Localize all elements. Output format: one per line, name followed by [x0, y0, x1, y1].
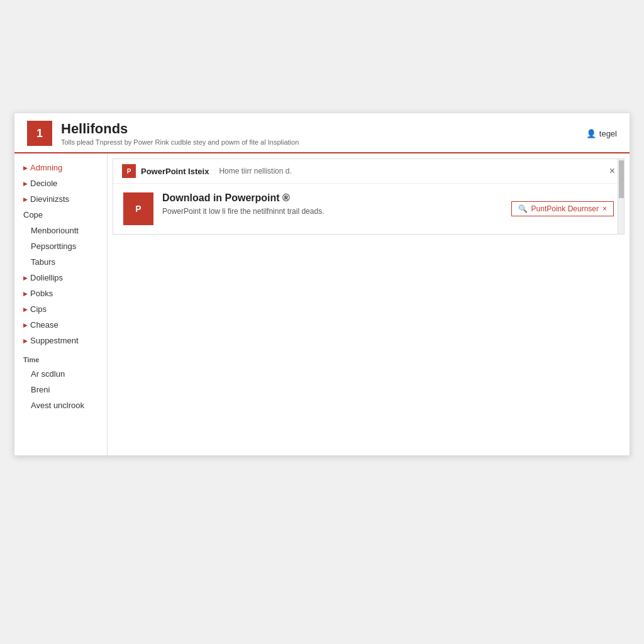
sidebar-item-cope[interactable]: Cope — [14, 207, 107, 223]
arrow-icon: ▶ — [23, 165, 28, 171]
sidebar-item-taburs[interactable]: Taburs — [14, 254, 107, 270]
app-logo: 1 — [27, 121, 52, 146]
pp-logo-large-letter: P — [135, 204, 141, 214]
sidebar-item-deciole[interactable]: ▶ Deciole — [14, 175, 107, 191]
sidebar-item-admning[interactable]: ▶ Admning — [14, 160, 107, 175]
arrow-icon: ▶ — [23, 306, 28, 313]
main-layout: ▶ Admning ▶ Deciole ▶ Dievinizsts Cope M… — [14, 153, 630, 455]
arrow-icon: ▶ — [23, 338, 28, 344]
pp-icon-large: P — [123, 192, 153, 225]
sidebar-item-label: Avest unclrook — [31, 401, 84, 410]
sidebar-item-label: Deciole — [30, 179, 57, 188]
sidebar-item-label: Dievinizsts — [30, 194, 69, 204]
arrow-icon: ▶ — [23, 275, 28, 281]
sidebar-item-doliellips[interactable]: ▶ Doliellips — [14, 270, 107, 286]
sidebar-item-ar-scdlun[interactable]: Ar scdlun — [14, 366, 107, 382]
sidebar-item-label: Cips — [30, 304, 47, 314]
arrow-icon: ▶ — [23, 180, 28, 187]
notification-title: PowerPoint Isteix — [141, 167, 209, 176]
notification-subtitle: Home tiirr nellistion d. — [219, 167, 291, 175]
sidebar-item-label: Taburs — [31, 257, 55, 267]
notification-action-button[interactable]: 🔍 PuntPoink Deurnser × — [511, 201, 614, 216]
sidebar-item-label: Admning — [30, 163, 62, 172]
notification-main-title: Download in Powerpoint ® — [162, 192, 502, 204]
pp-icon-small: P — [122, 164, 136, 178]
action-label: PuntPoink Deurnser — [531, 204, 599, 213]
action-close-icon[interactable]: × — [602, 204, 607, 213]
sidebar-item-menboriountt[interactable]: Menboriountt — [14, 223, 107, 238]
sidebar-item-cips[interactable]: ▶ Cips — [14, 301, 107, 317]
user-icon: 👤 — [586, 129, 596, 138]
pp-logo-letter: P — [127, 168, 131, 175]
search-icon: 🔍 — [518, 204, 528, 213]
arrow-icon: ▶ — [23, 196, 28, 203]
sidebar-item-breni[interactable]: Breni — [14, 382, 107, 397]
scrollbar-track[interactable] — [618, 159, 624, 234]
sidebar-item-pobks[interactable]: ▶ Pobks — [14, 286, 107, 301]
logo-number: 1 — [36, 127, 43, 140]
sidebar-item-label: Pobks — [30, 289, 53, 298]
sidebar-item-avest-unclrook[interactable]: Avest unclrook — [14, 397, 107, 413]
app-subtitle: Tolls plead Tnpresst by Power Rink cudbl… — [61, 138, 586, 146]
notification-text-area: Download in Powerpoint ® PowerPoint it l… — [162, 192, 502, 216]
sidebar-item-suppestment[interactable]: ▶ Suppestment — [14, 333, 107, 348]
notification-panel: P PowerPoint Isteix Home tiirr nellistio… — [113, 158, 625, 235]
sidebar-item-label: Doliellips — [30, 273, 63, 282]
app-window: 1 Hellifonds Tolls plead Tnpresst by Pow… — [14, 113, 630, 456]
sidebar-item-label: Suppestment — [30, 336, 79, 345]
sidebar-item-label: Menboriountt — [31, 226, 79, 235]
app-title-area: Hellifonds Tolls plead Tnpresst by Power… — [61, 121, 586, 146]
time-section-label: Time — [14, 348, 107, 366]
sidebar-item-label: Breni — [31, 385, 50, 394]
arrow-icon: ▶ — [23, 291, 28, 297]
notification-header-left: P PowerPoint Isteix Home tiirr nellistio… — [122, 164, 292, 178]
app-title: Hellifonds — [61, 121, 586, 137]
notification-body: P Download in Powerpoint ® PowerPoint it… — [113, 184, 624, 234]
notification-header: P PowerPoint Isteix Home tiirr nellistio… — [113, 159, 624, 184]
sidebar: ▶ Admning ▶ Deciole ▶ Dievinizsts Cope M… — [14, 153, 108, 455]
user-area[interactable]: 👤 tegel — [586, 129, 617, 138]
sidebar-item-dievinizsts[interactable]: ▶ Dievinizsts — [14, 191, 107, 207]
sidebar-item-chease[interactable]: ▶ Chease — [14, 317, 107, 333]
user-label: tegel — [599, 129, 617, 138]
sidebar-item-label: Cope — [23, 210, 43, 219]
sidebar-item-label: Chease — [30, 320, 58, 330]
app-header: 1 Hellifonds Tolls plead Tnpresst by Pow… — [14, 113, 630, 153]
scrollbar-thumb[interactable] — [619, 160, 624, 198]
sidebar-item-label: Pepsorttings — [31, 242, 76, 251]
notification-close-button[interactable]: × — [609, 166, 615, 176]
arrow-icon: ▶ — [23, 322, 28, 328]
sidebar-item-label: Ar scdlun — [31, 369, 65, 379]
notification-description: PowerPoint it low li fire the netilfninn… — [162, 207, 502, 216]
content-area: P PowerPoint Isteix Home tiirr nellistio… — [108, 153, 630, 455]
sidebar-item-pepsorttings[interactable]: Pepsorttings — [14, 238, 107, 254]
